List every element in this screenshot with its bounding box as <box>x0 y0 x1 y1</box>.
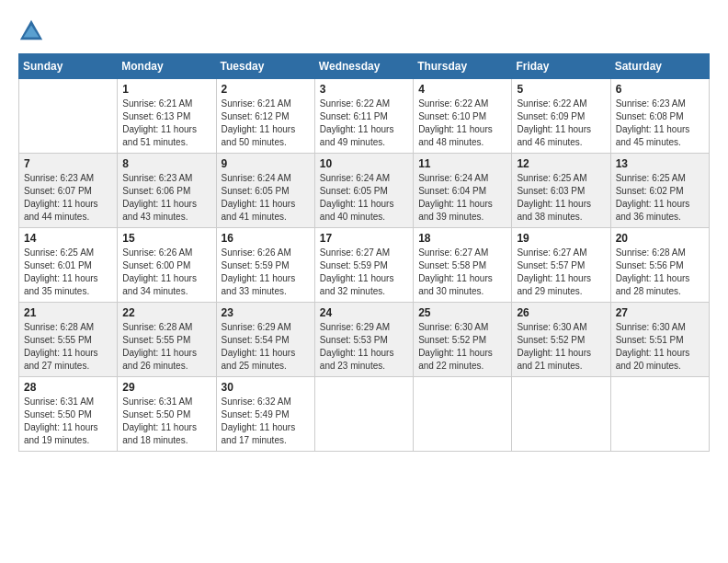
day-info: Sunrise: 6:26 AMSunset: 5:59 PMDaylight:… <box>222 247 310 298</box>
calendar-cell: 13Sunrise: 6:25 AMSunset: 6:02 PMDayligh… <box>610 154 709 228</box>
calendar-cell <box>414 377 512 452</box>
day-info: Sunrise: 6:21 AMSunset: 6:12 PMDaylight:… <box>222 98 310 149</box>
header-cell-friday: Friday <box>512 54 610 79</box>
day-info: Sunrise: 6:23 AMSunset: 6:08 PMDaylight:… <box>616 98 704 149</box>
day-info: Sunrise: 6:26 AMSunset: 6:00 PMDaylight:… <box>122 247 210 298</box>
calendar-cell: 28Sunrise: 6:31 AMSunset: 5:50 PMDayligh… <box>19 377 118 452</box>
day-info: Sunrise: 6:24 AMSunset: 6:05 PMDaylight:… <box>222 172 310 224</box>
calendar-cell: 10Sunrise: 6:24 AMSunset: 6:05 PMDayligh… <box>314 154 413 228</box>
day-info: Sunrise: 6:22 AMSunset: 6:10 PMDaylight:… <box>418 98 506 149</box>
day-number: 3 <box>320 83 408 96</box>
day-number: 4 <box>418 83 506 96</box>
day-number: 8 <box>122 157 210 170</box>
day-number: 24 <box>320 306 408 319</box>
day-info: Sunrise: 6:22 AMSunset: 6:11 PMDaylight:… <box>320 98 408 149</box>
page-header <box>18 18 710 44</box>
day-number: 2 <box>222 83 310 96</box>
calendar-cell: 24Sunrise: 6:29 AMSunset: 5:53 PMDayligh… <box>314 303 413 377</box>
day-info: Sunrise: 6:27 AMSunset: 5:57 PMDaylight:… <box>517 247 605 298</box>
calendar-cell: 8Sunrise: 6:23 AMSunset: 6:06 PMDaylight… <box>118 154 216 228</box>
logo-icon <box>18 18 44 44</box>
day-number: 13 <box>616 157 704 170</box>
header-cell-wednesday: Wednesday <box>314 54 413 79</box>
day-number: 11 <box>418 157 506 170</box>
calendar-cell <box>19 79 118 154</box>
day-info: Sunrise: 6:24 AMSunset: 6:04 PMDaylight:… <box>418 172 506 224</box>
calendar-cell: 12Sunrise: 6:25 AMSunset: 6:03 PMDayligh… <box>512 154 610 228</box>
calendar-cell: 7Sunrise: 6:23 AMSunset: 6:07 PMDaylight… <box>19 154 118 228</box>
day-number: 16 <box>222 232 310 245</box>
week-row-2: 7Sunrise: 6:23 AMSunset: 6:07 PMDaylight… <box>19 154 710 228</box>
day-number: 26 <box>517 306 605 319</box>
day-info: Sunrise: 6:23 AMSunset: 6:07 PMDaylight:… <box>24 172 112 224</box>
day-number: 20 <box>616 232 704 245</box>
calendar-cell <box>314 377 413 452</box>
calendar-cell: 21Sunrise: 6:28 AMSunset: 5:55 PMDayligh… <box>19 303 118 377</box>
day-info: Sunrise: 6:27 AMSunset: 5:58 PMDaylight:… <box>418 247 506 298</box>
calendar-cell: 6Sunrise: 6:23 AMSunset: 6:08 PMDaylight… <box>610 79 709 154</box>
header-row: SundayMondayTuesdayWednesdayThursdayFrid… <box>19 54 710 79</box>
day-number: 1 <box>122 83 210 96</box>
day-number: 22 <box>122 306 210 319</box>
day-info: Sunrise: 6:28 AMSunset: 5:56 PMDaylight:… <box>616 247 704 298</box>
calendar-cell: 1Sunrise: 6:21 AMSunset: 6:13 PMDaylight… <box>118 79 216 154</box>
day-info: Sunrise: 6:24 AMSunset: 6:05 PMDaylight:… <box>320 172 408 224</box>
day-info: Sunrise: 6:25 AMSunset: 6:02 PMDaylight:… <box>616 172 704 224</box>
calendar-cell: 26Sunrise: 6:30 AMSunset: 5:52 PMDayligh… <box>512 303 610 377</box>
day-number: 10 <box>320 157 408 170</box>
calendar-cell: 27Sunrise: 6:30 AMSunset: 5:51 PMDayligh… <box>610 303 709 377</box>
day-info: Sunrise: 6:31 AMSunset: 5:50 PMDaylight:… <box>122 396 210 447</box>
calendar-cell: 22Sunrise: 6:28 AMSunset: 5:55 PMDayligh… <box>118 303 216 377</box>
calendar-cell: 29Sunrise: 6:31 AMSunset: 5:50 PMDayligh… <box>118 377 216 452</box>
header-cell-monday: Monday <box>118 54 216 79</box>
day-info: Sunrise: 6:32 AMSunset: 5:49 PMDaylight:… <box>222 396 310 447</box>
day-info: Sunrise: 6:27 AMSunset: 5:59 PMDaylight:… <box>320 247 408 298</box>
calendar-cell: 25Sunrise: 6:30 AMSunset: 5:52 PMDayligh… <box>414 303 512 377</box>
header-cell-tuesday: Tuesday <box>216 54 314 79</box>
calendar-table: SundayMondayTuesdayWednesdayThursdayFrid… <box>18 53 710 452</box>
day-number: 9 <box>222 157 310 170</box>
day-number: 17 <box>320 232 408 245</box>
day-number: 18 <box>418 232 506 245</box>
day-info: Sunrise: 6:31 AMSunset: 5:50 PMDaylight:… <box>24 396 112 447</box>
calendar-cell: 15Sunrise: 6:26 AMSunset: 6:00 PMDayligh… <box>118 228 216 303</box>
header-cell-saturday: Saturday <box>610 54 709 79</box>
calendar-cell <box>512 377 610 452</box>
day-number: 14 <box>24 232 112 245</box>
day-number: 15 <box>122 232 210 245</box>
day-info: Sunrise: 6:30 AMSunset: 5:52 PMDaylight:… <box>418 321 506 373</box>
header-cell-sunday: Sunday <box>19 54 118 79</box>
calendar-cell: 23Sunrise: 6:29 AMSunset: 5:54 PMDayligh… <box>216 303 314 377</box>
calendar-cell: 17Sunrise: 6:27 AMSunset: 5:59 PMDayligh… <box>314 228 413 303</box>
day-info: Sunrise: 6:30 AMSunset: 5:52 PMDaylight:… <box>517 321 605 373</box>
day-number: 29 <box>122 381 210 394</box>
calendar-cell: 9Sunrise: 6:24 AMSunset: 6:05 PMDaylight… <box>216 154 314 228</box>
calendar-cell: 18Sunrise: 6:27 AMSunset: 5:58 PMDayligh… <box>414 228 512 303</box>
day-info: Sunrise: 6:22 AMSunset: 6:09 PMDaylight:… <box>517 98 605 149</box>
calendar-cell: 19Sunrise: 6:27 AMSunset: 5:57 PMDayligh… <box>512 228 610 303</box>
calendar-cell: 3Sunrise: 6:22 AMSunset: 6:11 PMDaylight… <box>314 79 413 154</box>
day-info: Sunrise: 6:28 AMSunset: 5:55 PMDaylight:… <box>122 321 210 373</box>
day-number: 27 <box>616 306 704 319</box>
day-number: 19 <box>517 232 605 245</box>
week-row-3: 14Sunrise: 6:25 AMSunset: 6:01 PMDayligh… <box>19 228 710 303</box>
calendar-cell: 16Sunrise: 6:26 AMSunset: 5:59 PMDayligh… <box>216 228 314 303</box>
day-number: 5 <box>517 83 605 96</box>
day-number: 6 <box>616 83 704 96</box>
calendar-cell: 20Sunrise: 6:28 AMSunset: 5:56 PMDayligh… <box>610 228 709 303</box>
day-info: Sunrise: 6:25 AMSunset: 6:01 PMDaylight:… <box>24 247 112 298</box>
logo <box>18 18 48 44</box>
day-info: Sunrise: 6:25 AMSunset: 6:03 PMDaylight:… <box>517 172 605 224</box>
week-row-5: 28Sunrise: 6:31 AMSunset: 5:50 PMDayligh… <box>19 377 710 452</box>
day-info: Sunrise: 6:28 AMSunset: 5:55 PMDaylight:… <box>24 321 112 373</box>
header-cell-thursday: Thursday <box>414 54 512 79</box>
day-number: 30 <box>222 381 310 394</box>
calendar-cell: 11Sunrise: 6:24 AMSunset: 6:04 PMDayligh… <box>414 154 512 228</box>
day-info: Sunrise: 6:29 AMSunset: 5:53 PMDaylight:… <box>320 321 408 373</box>
week-row-1: 1Sunrise: 6:21 AMSunset: 6:13 PMDaylight… <box>19 79 710 154</box>
calendar-cell <box>610 377 709 452</box>
calendar-cell: 2Sunrise: 6:21 AMSunset: 6:12 PMDaylight… <box>216 79 314 154</box>
week-row-4: 21Sunrise: 6:28 AMSunset: 5:55 PMDayligh… <box>19 303 710 377</box>
day-number: 7 <box>24 157 112 170</box>
day-info: Sunrise: 6:30 AMSunset: 5:51 PMDaylight:… <box>616 321 704 373</box>
